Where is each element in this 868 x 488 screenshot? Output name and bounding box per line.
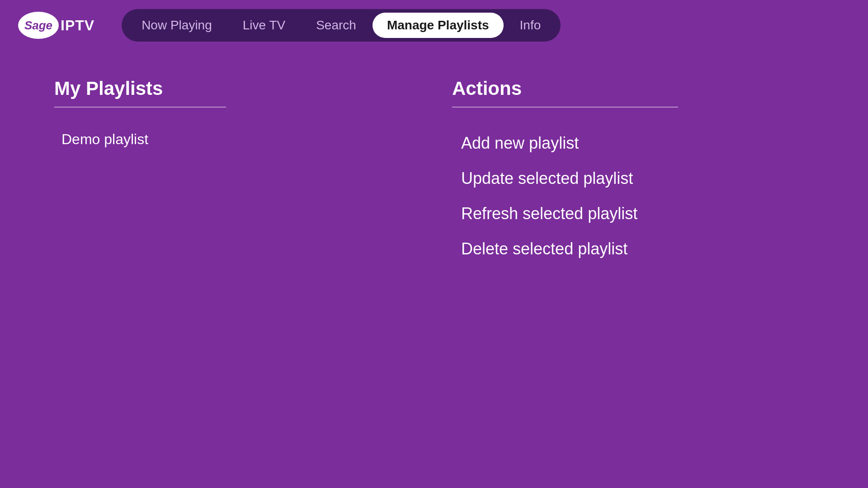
app-container: Sage IPTV Now Playing Live TV Search Man… — [0, 0, 868, 294]
main-content: My Playlists Demo playlist Actions Add n… — [0, 51, 868, 294]
playlists-title: My Playlists — [54, 78, 416, 99]
logo-sage-text: Sage — [24, 19, 52, 33]
logo: Sage IPTV — [18, 12, 94, 39]
update-selected-playlist-button[interactable]: Update selected playlist — [452, 161, 814, 196]
logo-oval: Sage — [18, 12, 59, 39]
playlist-item[interactable]: Demo playlist — [54, 126, 416, 153]
nav-search[interactable]: Search — [302, 13, 371, 38]
delete-selected-playlist-button[interactable]: Delete selected playlist — [452, 231, 814, 267]
playlists-section: My Playlists Demo playlist — [54, 78, 416, 267]
refresh-selected-playlist-button[interactable]: Refresh selected playlist — [452, 196, 814, 231]
playlists-divider — [54, 107, 226, 108]
nav-now-playing[interactable]: Now Playing — [127, 13, 226, 38]
logo-iptv-text: IPTV — [61, 17, 94, 34]
nav-live-tv[interactable]: Live TV — [228, 13, 300, 38]
header: Sage IPTV Now Playing Live TV Search Man… — [0, 0, 868, 51]
actions-section: Actions Add new playlist Update selected… — [452, 78, 814, 267]
navigation: Now Playing Live TV Search Manage Playli… — [122, 9, 561, 42]
nav-info[interactable]: Info — [505, 13, 556, 38]
add-new-playlist-button[interactable]: Add new playlist — [452, 126, 814, 161]
actions-title: Actions — [452, 78, 814, 99]
nav-manage-playlists[interactable]: Manage Playlists — [373, 13, 504, 38]
actions-divider — [452, 107, 678, 108]
